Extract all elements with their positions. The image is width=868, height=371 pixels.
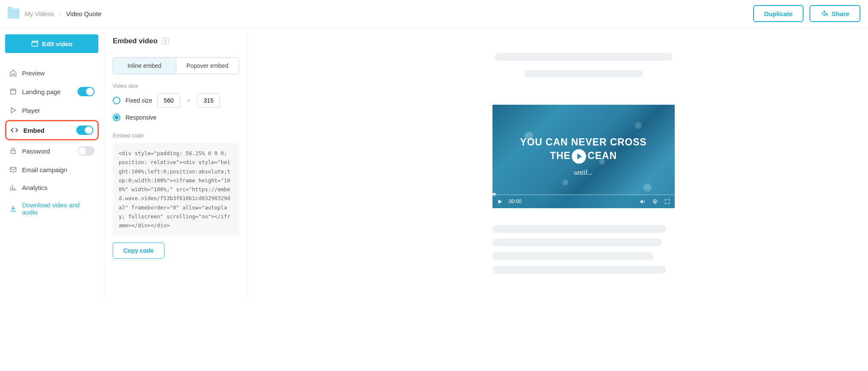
panel-title: Embed video i [113,37,239,45]
video-overlay-text-1: YOU CAN NEVER CROSS [520,137,647,148]
play-button[interactable] [572,149,586,164]
breadcrumb-current: Video Quote [66,10,101,17]
topbar: My Videos › Video Quote Duplicate Share [0,0,868,28]
edit-video-button[interactable]: Edit video [5,34,98,53]
sidebar-item-embed[interactable]: Embed [5,120,99,140]
sidebar-item-download[interactable]: Download video and audio [5,196,99,221]
sidebar-item-player[interactable]: Player [5,101,99,119]
password-toggle[interactable] [78,146,95,156]
svg-marker-2 [11,108,16,113]
download-icon [9,205,17,212]
home-icon [9,69,17,77]
dimension-separator: × [185,97,192,104]
volume-icon[interactable] [640,198,646,205]
duplicate-button[interactable]: Duplicate [753,5,804,22]
nav-label: Email campaign [22,166,67,173]
fixed-size-label: Fixed size [125,97,152,104]
video-size-label: Video size [113,83,239,89]
sidebar: Edit video Preview Landing page Player E… [0,28,104,299]
svg-rect-0 [32,42,38,46]
svg-rect-3 [11,151,16,153]
page-icon [9,88,17,95]
skeleton-group [492,225,675,273]
skeleton-line [492,225,666,233]
folder-icon[interactable] [8,8,19,19]
responsive-row: Responsive [113,114,239,121]
info-icon[interactable]: i [162,38,169,45]
play-control-icon[interactable] [497,198,503,205]
tab-inline-embed[interactable]: Inline embed [113,58,176,74]
height-input[interactable] [197,93,220,108]
skeleton-line [495,53,673,61]
skeleton-line [492,239,662,246]
nav-label: Analytics [22,184,47,191]
video-player[interactable]: YOU CAN NEVER CROSS THE CEAN until... 00… [492,105,675,208]
embed-toggle[interactable] [76,126,93,135]
nav-label: Password [22,148,50,155]
main-layout: Edit video Preview Landing page Player E… [0,28,868,299]
sidebar-item-landing-page[interactable]: Landing page [5,82,99,101]
skeleton-line [492,266,666,273]
nav-label: Embed [23,127,45,134]
nav-label: Preview [22,70,45,77]
chart-icon [9,184,17,191]
width-input[interactable] [157,93,180,108]
gear-icon[interactable] [652,198,658,205]
sidebar-item-email-campaign[interactable]: Email campaign [5,161,99,179]
preview-area: YOU CAN NEVER CROSS THE CEAN until... 00… [248,28,868,299]
responsive-label: Responsive [125,114,156,121]
svg-point-6 [654,201,656,202]
nav-label: Player [22,107,40,114]
lock-icon [9,147,17,155]
tab-popover-embed[interactable]: Popover embed [176,58,239,74]
embed-code-block[interactable]: <div style="padding: 56.25% 0 0 0; posit… [113,143,239,236]
video-overlay-subtitle: until... [574,168,593,177]
svg-marker-5 [498,199,502,204]
landing-page-toggle[interactable] [78,87,95,96]
code-icon [11,126,18,134]
video-time: 00:00 [509,198,522,204]
video-overlay-text-2: THE CEAN [550,149,617,163]
chevron-right-icon: › [59,11,61,17]
sidebar-item-preview[interactable]: Preview [5,64,99,82]
breadcrumb: My Videos › Video Quote [8,8,101,19]
mail-icon [9,166,17,173]
sidebar-item-password[interactable]: Password [5,141,99,161]
top-actions: Duplicate Share [753,5,860,22]
breadcrumb-parent[interactable]: My Videos [25,10,54,17]
embed-panel: Embed video i Inline embed Popover embed… [104,28,248,299]
fullscreen-icon[interactable] [664,198,670,205]
skeleton-line [492,252,654,260]
svg-rect-1 [11,89,16,94]
play-icon [9,106,17,114]
fixed-size-radio[interactable] [113,97,120,104]
skeleton-line [524,70,643,78]
nav-label: Download video and audio [22,201,95,216]
fixed-size-row: Fixed size × [113,93,239,108]
clapper-icon [31,40,39,47]
copy-code-button[interactable]: Copy code [113,243,164,259]
share-button[interactable]: Share [810,5,860,22]
responsive-radio[interactable] [113,114,120,121]
nav-label: Landing page [22,88,61,95]
video-controls: 00:00 [492,195,675,208]
embed-code-label: Embed code [113,132,239,139]
share-icon [821,10,828,17]
embed-type-tabs: Inline embed Popover embed [113,57,239,74]
sidebar-item-analytics[interactable]: Analytics [5,179,99,196]
